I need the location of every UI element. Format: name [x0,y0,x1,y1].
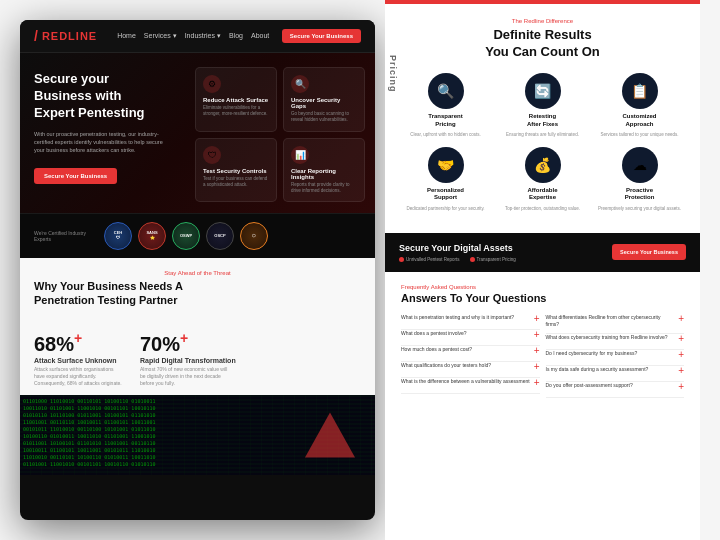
results-section: The Redline Difference Definite ResultsY… [385,4,700,233]
why-title: Why Your Business Needs A Penetration Te… [34,279,194,308]
stat-70: 70%+ Rapid Digital Transformation Almost… [140,330,236,388]
faq-right-col: What differentiates Redline from other c… [546,314,685,398]
personalized-title: PersonalizedSupport [427,187,464,203]
results-subtitle: The Redline Difference [401,18,684,24]
nav-links: Home Services ▾ Industries ▾ Blog About [117,32,269,40]
faq-item: How much does a pentest cost? + [401,346,540,362]
features-grid: ⚙ Reduce Attack Surface Eliminate vulner… [195,67,365,202]
transparent-pricing-title: TransparentPricing [428,113,462,129]
results-title: Definite ResultsYou Can Count On [401,27,684,61]
left-website-panel: / REDLINE Home Services ▾ Industries ▾ B… [20,20,375,520]
pentest-dot [399,257,404,262]
assets-text: Secure Your Digital Assets Unrivalled Pe… [399,243,604,262]
faq-expand-icon[interactable]: + [534,378,540,388]
affordable-title: AffordableExpertise [528,187,558,203]
hero-cta-button[interactable]: Secure Your Business [34,168,117,184]
pricing-label: Pricing [388,55,398,93]
faq-item: Is my data safe during a security assess… [546,366,685,382]
faq-question: How much does a pentest cost? [401,346,530,353]
faq-item: What is the difference between a vulnera… [401,378,540,394]
transparent-pricing-icon: 🔍 [428,73,464,109]
stat-68-number: 68%+ [34,330,124,356]
assets-feature-pentest: Unrivalled Pentest Reports [399,257,460,262]
icon-proactive: ☁ ProactiveProtection Preemptively secur… [595,147,684,213]
cert-label: We're Certified Industry Experts [34,230,94,243]
assets-features: Unrivalled Pentest Reports Transparent P… [399,257,604,262]
feature-reduce-attack: ⚙ Reduce Attack Surface Eliminate vulner… [195,67,277,132]
personalized-icon: 🤝 [428,147,464,183]
matrix-image: 01101000 11010010 00110101 10100110 0101… [20,395,375,475]
nav-blog[interactable]: Blog [229,32,243,40]
nav-industries[interactable]: Industries ▾ [185,32,221,40]
faq-question: Do you offer post-assessment support? [546,382,675,389]
feature-reporting-icon: 📊 [291,146,309,164]
feature-attack-title: Reduce Attack Surface [203,97,269,103]
faq-expand-icon[interactable]: + [678,366,684,376]
cert-badges: CEH🛡 SANS⭐ OSWP OSCP ⬡ [104,222,268,250]
hero-title: Secure your Business with Expert Pentest… [34,71,164,122]
pricing-label: Transparent Pricing [477,257,516,262]
stat-68-desc: Attack surfaces within organisations hav… [34,366,124,387]
proactive-desc: Preemptively securing your digital asset… [598,206,681,212]
brand-logo: / REDLINE [34,28,97,44]
faq-expand-icon[interactable]: + [534,362,540,372]
icon-customized: 📋 CustomizedApproach Services tailored t… [595,73,684,139]
proactive-icon: ☁ [622,147,658,183]
faq-question: What is penetration testing and why is i… [401,314,530,321]
faq-expand-icon[interactable]: + [534,314,540,324]
right-panel: The Redline Difference Definite ResultsY… [385,0,700,540]
faq-expand-icon[interactable]: + [534,330,540,340]
faq-section: Frequently Asked Questions Answers To Yo… [385,272,700,410]
faq-item: What differentiates Redline from other c… [546,314,685,334]
faq-columns: What is penetration testing and why is i… [401,314,684,398]
feature-attack-icon: ⚙ [203,75,221,93]
navbar-cta-button[interactable]: Secure Your Business [282,29,361,43]
faq-expand-icon[interactable]: + [534,346,540,356]
affordable-icon: 💰 [525,147,561,183]
faq-item: Do you offer post-assessment support? + [546,382,685,398]
transparent-pricing-desc: Clear, upfront with no hidden costs. [410,132,480,138]
feature-controls-desc: Test if your business can defend a sophi… [203,176,269,189]
faq-expand-icon[interactable]: + [678,314,684,324]
faq-left-col: What is penetration testing and why is i… [401,314,540,398]
assets-feature-pricing: Transparent Pricing [470,257,516,262]
stats-row: 68%+ Attack Surface Unknown Attack surfa… [20,320,375,396]
affordable-desc: Top-tier protection, outstanding value. [505,206,580,212]
cert-badge-ceh: CEH🛡 [104,222,132,250]
faq-expand-icon[interactable]: + [678,382,684,392]
feature-controls-title: Test Security Controls [203,168,269,174]
cert-badge-sans: SANS⭐ [138,222,166,250]
feature-uncover-gaps: 🔍 Uncover Security Gaps Go beyond basic … [283,67,365,132]
nav-about[interactable]: About [251,32,269,40]
assets-cta-button[interactable]: Secure Your Business [612,244,686,260]
faq-expand-icon[interactable]: + [678,334,684,344]
stat-68-plus: + [74,330,82,346]
faq-question: What qualifications do your testers hold… [401,362,530,369]
faq-title: Answers To Your Questions [401,292,684,304]
faq-question: What does a pentest involve? [401,330,530,337]
faq-subtitle: Frequently Asked Questions [401,284,684,290]
feature-controls-icon: 🛡 [203,146,221,164]
faq-question: What is the difference between a vulnera… [401,378,530,385]
customized-desc: Services tailored to your unique needs. [601,132,679,138]
faq-question: Do I need cybersecurity for my business? [546,350,675,357]
nav-services[interactable]: Services ▾ [144,32,177,40]
feature-test-controls: 🛡 Test Security Controls Test if your bu… [195,138,277,203]
certifications-bar: We're Certified Industry Experts CEH🛡 SA… [20,213,375,258]
navbar: / REDLINE Home Services ▾ Industries ▾ B… [20,20,375,53]
feature-reporting-title: Clear Reporting Insights [291,168,357,180]
hero-description: With our proactive penetration testing, … [34,130,164,155]
feature-gaps-icon: 🔍 [291,75,309,93]
icon-personalized: 🤝 PersonalizedSupport Dedicated partners… [401,147,490,213]
nav-home[interactable]: Home [117,32,136,40]
icons-grid: 🔍 TransparentPricing Clear, upfront with… [401,73,684,213]
stat-68-label: Attack Surface Unknown [34,357,124,364]
feature-gaps-title: Uncover Security Gaps [291,97,357,109]
faq-question: What differentiates Redline from other c… [546,314,675,328]
faq-item: What is penetration testing and why is i… [401,314,540,330]
cert-badge-oscp: OSCP [206,222,234,250]
retesting-title: RetestingAfter Fixes [527,113,558,129]
faq-expand-icon[interactable]: + [678,350,684,360]
cert-badge-oswp: OSWP [172,222,200,250]
icon-retesting: 🔄 RetestingAfter Fixes Ensuring threats … [498,73,587,139]
